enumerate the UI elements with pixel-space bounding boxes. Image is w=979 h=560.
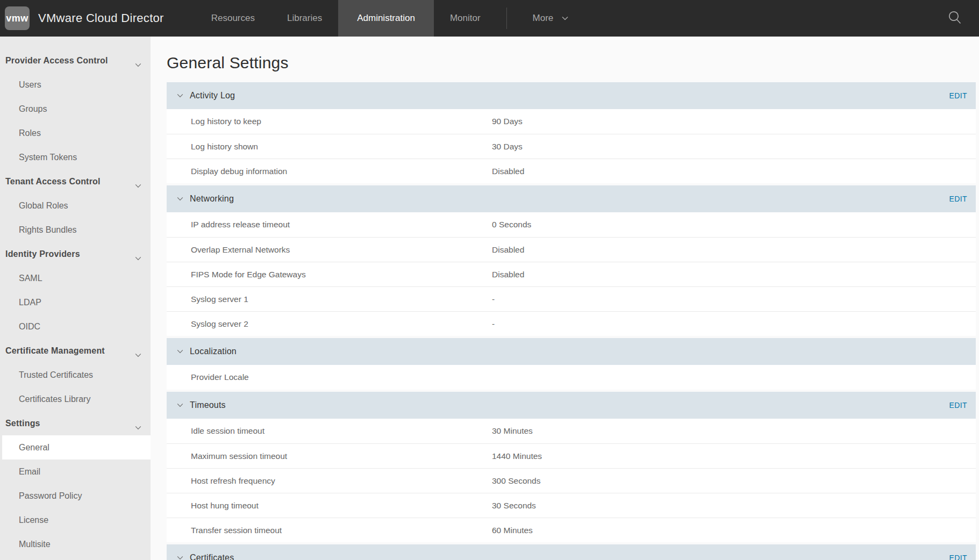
settings-row-overlap-external-networks: Overlap External NetworksDisabled bbox=[167, 237, 976, 262]
section-title: Timeouts bbox=[190, 400, 226, 410]
sidebar-item-general[interactable]: General bbox=[2, 435, 151, 460]
sidebar-item-label: Multisite bbox=[19, 540, 51, 549]
nav-item-resources[interactable]: Resources bbox=[195, 0, 271, 37]
setting-value: 60 Minutes bbox=[492, 526, 533, 535]
sidebar-item-system-tokens[interactable]: System Tokens bbox=[0, 145, 151, 169]
sidebar-item-oidc[interactable]: OIDC bbox=[0, 314, 151, 339]
sidebar-section-settings[interactable]: Settings bbox=[0, 411, 151, 435]
settings-row-syslog-server-2: Syslog server 2- bbox=[167, 311, 976, 336]
settings-row-log-history-shown: Log history shown30 Days bbox=[167, 134, 976, 159]
section-title: Networking bbox=[190, 194, 234, 204]
setting-label: IP address release timeout bbox=[167, 220, 290, 229]
sidebar-item-trusted-certificates[interactable]: Trusted Certificates bbox=[0, 363, 151, 387]
sidebar-item-label: Rights Bundles bbox=[19, 225, 77, 235]
nav-item-libraries[interactable]: Libraries bbox=[271, 0, 338, 37]
page-title: General Settings bbox=[167, 53, 976, 73]
sidebar-item-roles[interactable]: Roles bbox=[0, 121, 151, 145]
sidebar-item-label: OIDC bbox=[19, 322, 40, 332]
section-header-certificates: CertificatesEDIT bbox=[167, 544, 976, 560]
chevron-down-icon[interactable] bbox=[176, 554, 184, 560]
nav-item-label: Resources bbox=[211, 13, 255, 24]
sidebar-section-label: Settings bbox=[5, 419, 40, 428]
setting-value: Disabled bbox=[492, 167, 524, 176]
sidebar-section-provider-access-control[interactable]: Provider Access Control bbox=[0, 48, 151, 73]
sidebar-item-label: Roles bbox=[19, 128, 41, 138]
edit-button[interactable]: EDIT bbox=[949, 401, 968, 410]
nav-item-label: Monitor bbox=[450, 13, 481, 24]
settings-row-provider-locale: Provider Locale bbox=[167, 365, 976, 390]
sidebar-item-global-roles[interactable]: Global Roles bbox=[0, 193, 151, 218]
sidebar-item-ldap[interactable]: LDAP bbox=[0, 290, 151, 314]
setting-label: Overlap External Networks bbox=[167, 245, 290, 255]
chevron-down-icon[interactable] bbox=[176, 348, 184, 355]
search-button[interactable] bbox=[946, 9, 964, 27]
sidebar-section-tenant-access-control[interactable]: Tenant Access Control bbox=[0, 169, 151, 193]
chevron-down-icon[interactable] bbox=[134, 351, 142, 359]
chevron-down-icon[interactable] bbox=[176, 92, 184, 99]
sidebar-section-label: Provider Access Control bbox=[5, 56, 108, 66]
chevron-down-icon[interactable] bbox=[134, 182, 142, 190]
chevron-down-icon bbox=[561, 14, 569, 23]
sidebar-nav: Provider Access ControlUsersGroupsRolesS… bbox=[0, 48, 151, 556]
top-nav: Resources Libraries Administration Monit… bbox=[195, 0, 586, 37]
chevron-down-icon[interactable] bbox=[176, 195, 184, 203]
sidebar-item-email[interactable]: Email bbox=[0, 460, 151, 484]
edit-button[interactable]: EDIT bbox=[949, 554, 968, 560]
nav-item-administration[interactable]: Administration bbox=[338, 0, 434, 37]
chevron-down-icon[interactable] bbox=[134, 424, 142, 432]
settings-row-maximum-session-timeout: Maximum session timeout1440 Minutes bbox=[167, 443, 976, 468]
sidebar-item-label: Password Policy bbox=[19, 491, 82, 501]
sidebar-item-label: License bbox=[19, 515, 48, 525]
section-timeouts: TimeoutsEDITIdle session timeout30 Minut… bbox=[167, 392, 976, 542]
chevron-down-icon[interactable] bbox=[176, 401, 184, 409]
setting-value: 300 Seconds bbox=[492, 476, 541, 486]
sidebar-item-certificates-library[interactable]: Certificates Library bbox=[0, 387, 151, 411]
sidebar-item-label: Certificates Library bbox=[19, 394, 90, 404]
sidebar-item-label: Trusted Certificates bbox=[19, 370, 93, 380]
settings-row-ip-address-release-timeout: IP address release timeout0 Seconds bbox=[167, 212, 976, 237]
sidebar-item-password-policy[interactable]: Password Policy bbox=[0, 484, 151, 508]
search-icon bbox=[946, 9, 963, 26]
section-header-networking: NetworkingEDIT bbox=[167, 185, 976, 212]
setting-value: 30 Days bbox=[492, 142, 523, 152]
settings-row-host-hung-timeout: Host hung timeout30 Seconds bbox=[167, 493, 976, 518]
sidebar-item-license[interactable]: License bbox=[0, 508, 151, 532]
sidebar-section-label: Tenant Access Control bbox=[5, 177, 101, 186]
setting-value: - bbox=[492, 295, 495, 304]
sidebar-section-identity-providers[interactable]: Identity Providers bbox=[0, 242, 151, 266]
sidebar-item-label: System Tokens bbox=[19, 153, 77, 162]
edit-button[interactable]: EDIT bbox=[949, 91, 968, 100]
setting-label: Syslog server 1 bbox=[167, 295, 248, 304]
nav-item-more[interactable]: More bbox=[517, 0, 586, 37]
settings-row-idle-session-timeout: Idle session timeout30 Minutes bbox=[167, 419, 976, 443]
nav-item-monitor[interactable]: Monitor bbox=[434, 0, 497, 37]
sidebar-item-multisite[interactable]: Multisite bbox=[0, 532, 151, 556]
setting-label: Transfer session timeout bbox=[167, 526, 282, 535]
sidebar-section-certificate-management[interactable]: Certificate Management bbox=[0, 339, 151, 363]
sidebar-item-rights-bundles[interactable]: Rights Bundles bbox=[0, 218, 151, 242]
sidebar-section-label: Certificate Management bbox=[5, 346, 105, 356]
setting-label: Display debug information bbox=[167, 167, 287, 176]
top-bar: vmw VMware Cloud Director Resources Libr… bbox=[0, 0, 979, 37]
edit-button[interactable]: EDIT bbox=[949, 195, 968, 203]
section-title: Certificates bbox=[190, 553, 234, 560]
settings-row-log-history-to-keep: Log history to keep90 Days bbox=[167, 109, 976, 134]
settings-row-host-refresh-frequency: Host refresh frequency300 Seconds bbox=[167, 468, 976, 493]
sidebar-item-saml[interactable]: SAML bbox=[0, 266, 151, 290]
chevron-down-icon[interactable] bbox=[134, 61, 142, 69]
sidebar-item-users[interactable]: Users bbox=[0, 73, 151, 97]
setting-value: 0 Seconds bbox=[492, 220, 531, 229]
nav-divider bbox=[506, 8, 507, 29]
section-activity-log: Activity LogEDITLog history to keep90 Da… bbox=[167, 82, 976, 183]
settings-row-transfer-session-timeout: Transfer session timeout60 Minutes bbox=[167, 518, 976, 542]
sidebar-item-label: Global Roles bbox=[19, 201, 68, 211]
sidebar-item-groups[interactable]: Groups bbox=[0, 97, 151, 121]
setting-label: Log history shown bbox=[167, 142, 258, 152]
setting-value: 90 Days bbox=[492, 117, 523, 126]
setting-label: Maximum session timeout bbox=[167, 451, 287, 461]
section-localization: LocalizationProvider Locale bbox=[167, 338, 976, 390]
chevron-down-icon[interactable] bbox=[134, 255, 142, 262]
sidebar-item-label: Email bbox=[19, 467, 40, 477]
setting-value: Disabled bbox=[492, 245, 524, 255]
vmware-logo: vmw bbox=[5, 6, 30, 30]
